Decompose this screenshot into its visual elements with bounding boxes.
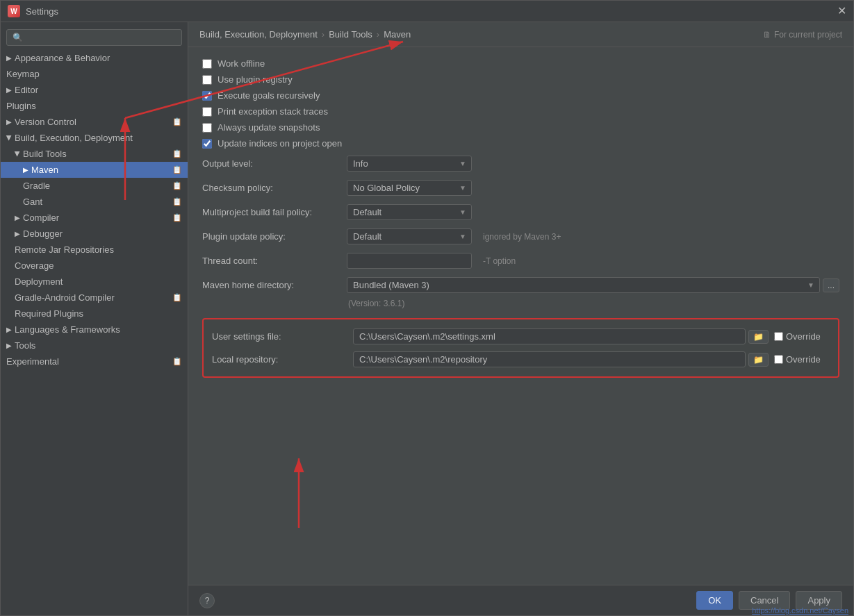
sidebar-item-label: Gradle	[23, 181, 50, 191]
form-row-multiproject: Multiproject build fail policy: Default …	[202, 200, 839, 224]
user-settings-override-wrapper: Override	[774, 331, 830, 342]
sidebar-item-keymap[interactable]: Keymap	[1, 66, 188, 82]
copy-icon: 📋	[172, 213, 182, 222]
thread-count-label: Thread count:	[202, 256, 341, 266]
arrow-icon: ▶	[15, 214, 20, 222]
copy-icon: 📋	[172, 149, 182, 158]
sidebar-item-build-execution[interactable]: ▶ Build, Execution, Deployment	[1, 130, 188, 146]
for-current-project: 🗎 For current project	[763, 30, 842, 40]
search-box[interactable]: 🔍	[6, 29, 182, 46]
maven-home-browse-button[interactable]: ...	[823, 278, 839, 292]
always-update-label: Always update snapshots	[217, 122, 320, 133]
sidebar-item-version-control[interactable]: ▶ Version Control 📋	[1, 114, 188, 130]
user-settings-browse-button[interactable]: 📁	[748, 330, 769, 344]
arrow-icon: ▶	[15, 230, 20, 238]
help-button[interactable]: ?	[199, 593, 215, 608]
checkbox-row-update-indices: Update indices on project open	[202, 135, 839, 151]
local-repo-override-label: Override	[786, 354, 821, 365]
sidebar-item-required-plugins[interactable]: Required Plugins	[1, 306, 188, 322]
sidebar-item-label: Gant	[23, 197, 42, 207]
arrow-icon: ▶	[23, 166, 28, 174]
arrow-open-icon: ▶	[6, 135, 13, 141]
checkbox-row-execute-goals: Execute goals recursively	[202, 88, 839, 103]
breadcrumb-sep1: ›	[322, 29, 325, 40]
sidebar-item-debugger[interactable]: ▶ Debugger	[1, 226, 188, 242]
ok-button[interactable]: OK	[696, 591, 733, 610]
local-repo-input[interactable]	[353, 351, 746, 367]
arrow-icon: ▶	[6, 86, 12, 94]
sidebar-item-remote-jar[interactable]: Remote Jar Repositories	[1, 242, 188, 258]
output-level-select[interactable]: Info Debug Warning Error	[347, 156, 472, 172]
arrow-icon: ▶	[6, 118, 12, 126]
sidebar-item-maven[interactable]: ▶ Maven 📋	[1, 162, 188, 178]
sidebar-item-coverage[interactable]: Coverage	[1, 258, 188, 274]
close-button[interactable]: ✕	[837, 6, 846, 17]
sidebar-item-label: Required Plugins	[15, 308, 83, 319]
maven-home-select[interactable]: Bundled (Maven 3) Custom...	[347, 277, 820, 293]
sidebar-item-label: Compiler	[23, 213, 59, 223]
checksum-policy-select-wrapper: No Global Policy Fail Warn Ignore ▼	[347, 180, 472, 196]
user-settings-override-checkbox[interactable]	[774, 332, 783, 341]
sidebar-item-label: Build, Execution, Deployment	[15, 133, 133, 143]
sidebar-item-label: Maven	[31, 165, 58, 175]
main-content: 🔍 ▶ Appearance & Behavior Keymap ▶ Edito…	[1, 22, 853, 615]
update-indices-checkbox[interactable]	[202, 139, 212, 149]
work-offline-checkbox[interactable]	[202, 59, 212, 69]
sidebar-item-label: Remote Jar Repositories	[15, 244, 114, 255]
plugin-update-select[interactable]: Default Force Never	[347, 228, 472, 244]
sidebar-item-tools[interactable]: ▶ Tools	[1, 338, 188, 353]
copy-icon: 📋	[172, 357, 182, 366]
sidebar-item-compiler[interactable]: ▶ Compiler 📋	[1, 210, 188, 226]
sidebar-item-gradle-android[interactable]: Gradle-Android Compiler 📋	[1, 290, 188, 306]
sidebar-item-label: Coverage	[15, 260, 54, 271]
sidebar-item-build-tools[interactable]: ▶ Build Tools 📋	[1, 146, 188, 162]
settings-window: W Settings ✕ 🔍 ▶ Appearance & Behavior K…	[0, 0, 854, 616]
sidebar-item-appearance[interactable]: ▶ Appearance & Behavior	[1, 50, 188, 66]
sidebar-item-deployment[interactable]: Deployment	[1, 274, 188, 290]
search-icon: 🔍	[13, 33, 23, 42]
sidebar-item-languages[interactable]: ▶ Languages & Frameworks	[1, 322, 188, 338]
copy-icon: 📋	[172, 181, 182, 190]
sidebar-item-gradle[interactable]: Gradle 📋	[1, 178, 188, 194]
sidebar-item-label: Appearance & Behavior	[15, 53, 110, 63]
local-repo-override-wrapper: Override	[774, 354, 830, 365]
sidebar-item-label: Plugins	[6, 101, 36, 111]
copy-icon: 📋	[172, 293, 182, 302]
use-plugin-registry-checkbox[interactable]	[202, 75, 212, 85]
checkbox-row-work-offline: Work offline	[202, 56, 839, 72]
right-panel: Build, Execution, Deployment › Build Too…	[188, 22, 853, 615]
search-input[interactable]	[26, 33, 176, 42]
user-settings-override-label: Override	[786, 331, 821, 342]
local-repo-input-wrapper: 📁	[353, 351, 769, 367]
checkbox-row-print-exception: Print exception stack traces	[202, 103, 839, 119]
sidebar-item-plugins[interactable]: Plugins	[1, 98, 188, 114]
sidebar-item-editor[interactable]: ▶ Editor	[1, 82, 188, 98]
local-repo-browse-button[interactable]: 📁	[748, 353, 769, 367]
arrow-open-icon: ▶	[14, 151, 22, 157]
sidebar-item-label: Experimental	[6, 356, 59, 367]
thread-count-input[interactable]	[347, 253, 472, 269]
maven-home-select-wrapper: Bundled (Maven 3) Custom... ▼	[347, 277, 820, 293]
sidebar-item-label: Editor	[15, 85, 38, 95]
sidebar-item-label: Version Control	[15, 117, 76, 127]
execute-goals-checkbox[interactable]	[202, 91, 212, 101]
form-row-thread-count: Thread count: -T option	[202, 249, 839, 273]
sidebar-item-label: Deployment	[15, 276, 63, 287]
title-bar-left: W Settings	[8, 5, 58, 17]
sidebar-item-label: Debugger	[23, 228, 63, 239]
local-repo-override-checkbox[interactable]	[774, 355, 783, 364]
file-row-local-repo: Local repository: 📁 Override	[212, 348, 830, 371]
project-icon: 🗎	[763, 30, 771, 40]
sidebar-item-gant[interactable]: Gant 📋	[1, 194, 188, 210]
plugin-update-label: Plugin update policy:	[202, 231, 341, 242]
always-update-checkbox[interactable]	[202, 123, 212, 133]
print-exception-checkbox[interactable]	[202, 107, 212, 117]
sidebar-item-experimental[interactable]: Experimental 📋	[1, 353, 188, 369]
work-offline-label: Work offline	[217, 58, 265, 69]
sidebar-item-label: Languages & Frameworks	[15, 324, 120, 335]
user-settings-input[interactable]	[353, 328, 746, 344]
multiproject-select[interactable]: Default Fail Fast Fail Never	[347, 204, 472, 220]
breadcrumb-sep2: ›	[377, 29, 379, 40]
print-exception-label: Print exception stack traces	[217, 106, 328, 117]
checksum-policy-select[interactable]: No Global Policy Fail Warn Ignore	[347, 180, 472, 196]
